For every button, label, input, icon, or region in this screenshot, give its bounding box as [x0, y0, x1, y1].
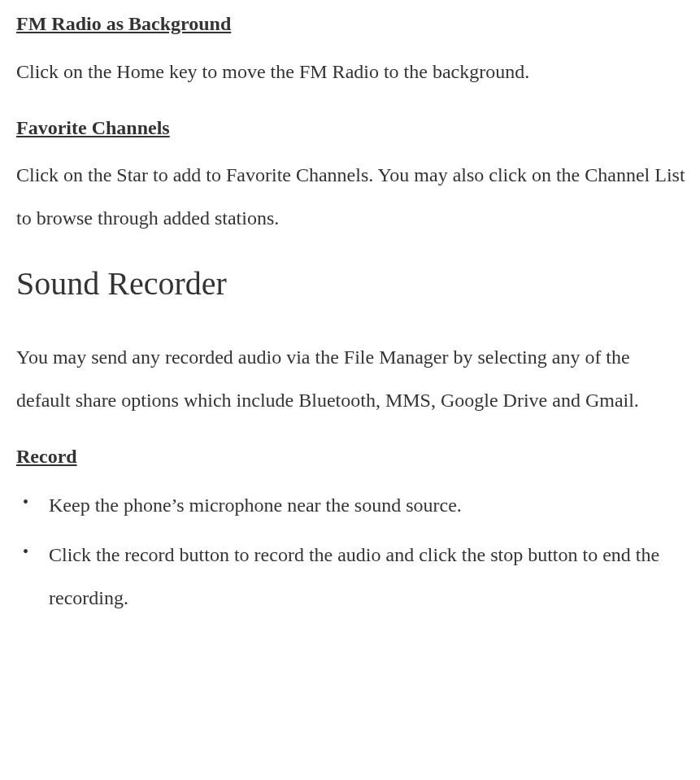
list-item: Keep the phone’s microphone near the sou…: [16, 484, 688, 527]
heading-favorite-channels: Favorite Channels: [16, 116, 688, 140]
heading-record: Record: [16, 445, 688, 468]
body-favorite-channels: Click on the Star to add to Favorite Cha…: [16, 154, 688, 240]
record-bullet-list: Keep the phone’s microphone near the sou…: [16, 484, 688, 619]
section-title-sound-recorder: Sound Recorder: [16, 264, 688, 303]
list-item: Click the record button to record the au…: [16, 534, 688, 620]
heading-fm-radio-background: FM Radio as Background: [16, 12, 688, 36]
body-fm-radio-background: Click on the Home key to move the FM Rad…: [16, 50, 688, 94]
body-sound-recorder-intro: You may send any recorded audio via the …: [16, 336, 688, 422]
